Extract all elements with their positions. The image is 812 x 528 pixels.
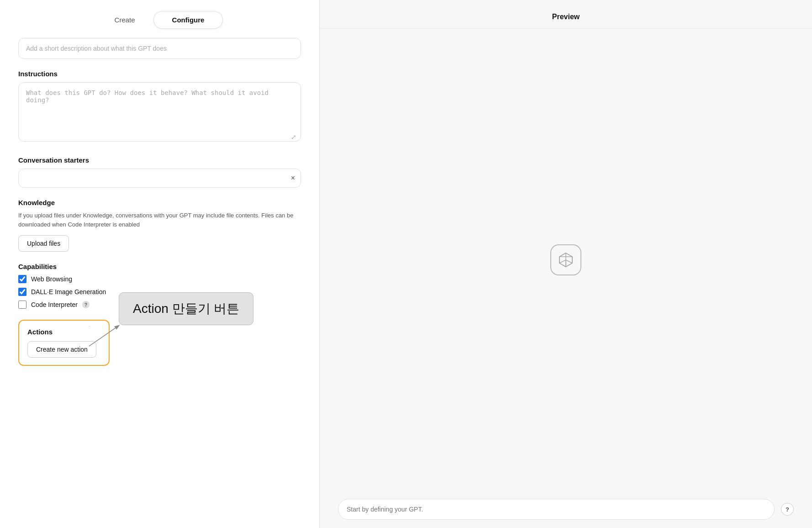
help-circle[interactable]: ? [781, 503, 794, 516]
knowledge-label: Knowledge [18, 199, 301, 206]
dalle-label: DALL·E Image Generation [31, 288, 106, 296]
callout-arrow-svg [89, 323, 121, 351]
tab-bar: Create Configure [0, 0, 319, 38]
upload-files-button[interactable]: Upload files [18, 235, 69, 252]
code-interpreter-checkbox[interactable] [18, 301, 26, 309]
create-action-button[interactable]: Create new action [27, 341, 96, 358]
callout-bubble: Action 만들기 버튼 [119, 292, 253, 325]
tab-create[interactable]: Create [96, 11, 153, 28]
capabilities-label: Capabilities [18, 263, 301, 270]
instructions-wrapper: ⤢ [18, 82, 301, 145]
form-area: Instructions ⤢ Conversation starters × K… [0, 38, 319, 528]
code-interpreter-label: Code Interpreter [31, 301, 78, 308]
preview-footer: ? [320, 491, 812, 528]
web-browsing-label: Web Browsing [31, 275, 72, 283]
instructions-textarea[interactable] [18, 82, 301, 142]
web-browsing-checkbox[interactable] [18, 275, 26, 283]
description-input[interactable] [18, 38, 301, 59]
preview-header: Preview [320, 0, 812, 29]
preview-body [320, 29, 812, 491]
knowledge-desc: If you upload files under Knowledge, con… [18, 211, 301, 229]
clear-button[interactable]: × [285, 170, 301, 186]
svg-line-1 [89, 326, 119, 346]
tab-configure[interactable]: Configure [153, 11, 223, 29]
cube-svg [557, 251, 575, 269]
instructions-label: Instructions [18, 70, 301, 78]
web-browsing-row: Web Browsing [18, 275, 301, 283]
dalle-checkbox[interactable] [18, 288, 26, 296]
actions-callout-container: Actions Create new action Action 만들기 버튼 [18, 320, 301, 366]
start-input[interactable] [338, 499, 775, 520]
conversation-starters-section: Conversation starters × [18, 156, 301, 188]
code-interpreter-help-icon[interactable]: ? [82, 301, 90, 308]
right-panel: Preview ? [320, 0, 812, 528]
cube-icon [550, 244, 581, 275]
starter-input[interactable] [19, 169, 285, 187]
conversation-starters-label: Conversation starters [18, 156, 301, 164]
starter-input-row: × [18, 169, 301, 188]
left-panel: Create Configure Instructions ⤢ Conversa… [0, 0, 320, 528]
expand-icon[interactable]: ⤢ [291, 133, 296, 141]
knowledge-section: Knowledge If you upload files under Know… [18, 199, 301, 252]
